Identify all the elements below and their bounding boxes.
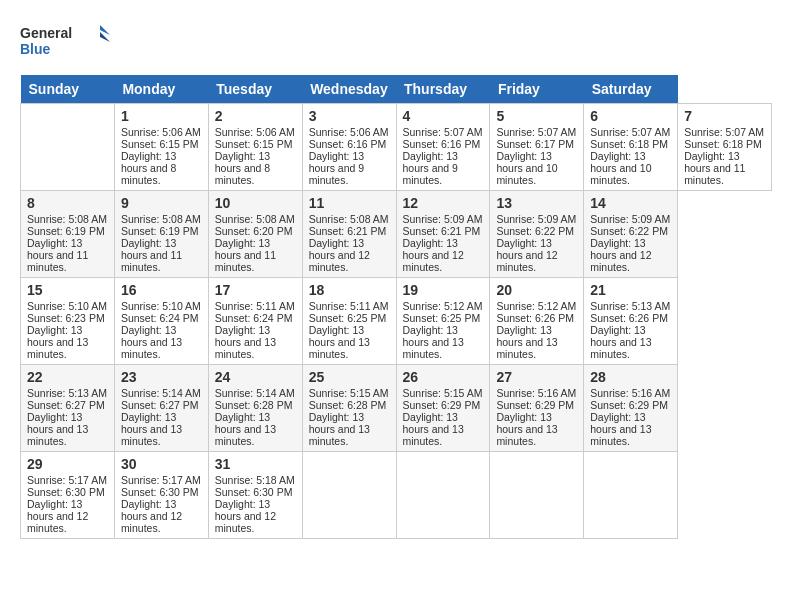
sunrise-info: Sunrise: 5:12 AM xyxy=(496,300,577,312)
day-header-friday: Friday xyxy=(490,75,584,104)
calendar-cell: 17Sunrise: 5:11 AMSunset: 6:24 PMDayligh… xyxy=(208,278,302,365)
daylight-info: Daylight: 13 hours and 13 minutes. xyxy=(215,411,296,447)
day-number: 12 xyxy=(403,195,484,211)
calendar-cell: 11Sunrise: 5:08 AMSunset: 6:21 PMDayligh… xyxy=(302,191,396,278)
day-number: 7 xyxy=(684,108,765,124)
day-number: 6 xyxy=(590,108,671,124)
sunrise-info: Sunrise: 5:13 AM xyxy=(590,300,671,312)
calendar-cell: 23Sunrise: 5:14 AMSunset: 6:27 PMDayligh… xyxy=(114,365,208,452)
sunset-info: Sunset: 6:15 PM xyxy=(215,138,296,150)
day-number: 5 xyxy=(496,108,577,124)
daylight-info: Daylight: 13 hours and 13 minutes. xyxy=(121,324,202,360)
sunrise-info: Sunrise: 5:14 AM xyxy=(121,387,202,399)
sunrise-info: Sunrise: 5:10 AM xyxy=(121,300,202,312)
calendar-cell: 18Sunrise: 5:11 AMSunset: 6:25 PMDayligh… xyxy=(302,278,396,365)
calendar-cell: 19Sunrise: 5:12 AMSunset: 6:25 PMDayligh… xyxy=(396,278,490,365)
daylight-info: Daylight: 13 hours and 11 minutes. xyxy=(684,150,765,186)
calendar-cell: 20Sunrise: 5:12 AMSunset: 6:26 PMDayligh… xyxy=(490,278,584,365)
day-number: 25 xyxy=(309,369,390,385)
day-number: 21 xyxy=(590,282,671,298)
calendar-cell: 27Sunrise: 5:16 AMSunset: 6:29 PMDayligh… xyxy=(490,365,584,452)
sunrise-info: Sunrise: 5:17 AM xyxy=(121,474,202,486)
sunrise-info: Sunrise: 5:09 AM xyxy=(403,213,484,225)
sunset-info: Sunset: 6:23 PM xyxy=(27,312,108,324)
sunrise-info: Sunrise: 5:07 AM xyxy=(496,126,577,138)
sunrise-info: Sunrise: 5:17 AM xyxy=(27,474,108,486)
sunset-info: Sunset: 6:30 PM xyxy=(27,486,108,498)
daylight-info: Daylight: 13 hours and 13 minutes. xyxy=(403,411,484,447)
calendar-cell: 8Sunrise: 5:08 AMSunset: 6:19 PMDaylight… xyxy=(21,191,115,278)
svg-text:Blue: Blue xyxy=(20,41,51,57)
calendar-cell: 31Sunrise: 5:18 AMSunset: 6:30 PMDayligh… xyxy=(208,452,302,539)
sunset-info: Sunset: 6:19 PM xyxy=(27,225,108,237)
sunrise-info: Sunrise: 5:13 AM xyxy=(27,387,108,399)
daylight-info: Daylight: 13 hours and 9 minutes. xyxy=(403,150,484,186)
calendar-cell: 5Sunrise: 5:07 AMSunset: 6:17 PMDaylight… xyxy=(490,104,584,191)
sunrise-info: Sunrise: 5:14 AM xyxy=(215,387,296,399)
sunset-info: Sunset: 6:20 PM xyxy=(215,225,296,237)
sunset-info: Sunset: 6:29 PM xyxy=(403,399,484,411)
day-number: 10 xyxy=(215,195,296,211)
calendar-week-5: 29Sunrise: 5:17 AMSunset: 6:30 PMDayligh… xyxy=(21,452,772,539)
sunset-info: Sunset: 6:30 PM xyxy=(121,486,202,498)
daylight-info: Daylight: 13 hours and 8 minutes. xyxy=(215,150,296,186)
sunrise-info: Sunrise: 5:08 AM xyxy=(309,213,390,225)
daylight-info: Daylight: 13 hours and 13 minutes. xyxy=(27,324,108,360)
daylight-info: Daylight: 13 hours and 13 minutes. xyxy=(309,411,390,447)
day-number: 27 xyxy=(496,369,577,385)
calendar-cell: 22Sunrise: 5:13 AMSunset: 6:27 PMDayligh… xyxy=(21,365,115,452)
sunrise-info: Sunrise: 5:18 AM xyxy=(215,474,296,486)
day-number: 20 xyxy=(496,282,577,298)
calendar-week-1: 1Sunrise: 5:06 AMSunset: 6:15 PMDaylight… xyxy=(21,104,772,191)
sunset-info: Sunset: 6:27 PM xyxy=(27,399,108,411)
sunset-info: Sunset: 6:29 PM xyxy=(590,399,671,411)
calendar-cell: 3Sunrise: 5:06 AMSunset: 6:16 PMDaylight… xyxy=(302,104,396,191)
daylight-info: Daylight: 13 hours and 12 minutes. xyxy=(215,498,296,534)
calendar-cell: 7Sunrise: 5:07 AMSunset: 6:18 PMDaylight… xyxy=(678,104,772,191)
day-header-tuesday: Tuesday xyxy=(208,75,302,104)
daylight-info: Daylight: 13 hours and 10 minutes. xyxy=(496,150,577,186)
calendar-cell xyxy=(490,452,584,539)
daylight-info: Daylight: 13 hours and 12 minutes. xyxy=(403,237,484,273)
calendar-cell: 30Sunrise: 5:17 AMSunset: 6:30 PMDayligh… xyxy=(114,452,208,539)
sunset-info: Sunset: 6:28 PM xyxy=(309,399,390,411)
daylight-info: Daylight: 13 hours and 12 minutes. xyxy=(496,237,577,273)
day-number: 9 xyxy=(121,195,202,211)
sunrise-info: Sunrise: 5:15 AM xyxy=(403,387,484,399)
svg-text:General: General xyxy=(20,25,72,41)
day-number: 8 xyxy=(27,195,108,211)
day-number: 30 xyxy=(121,456,202,472)
daylight-info: Daylight: 13 hours and 13 minutes. xyxy=(496,324,577,360)
calendar-table: SundayMondayTuesdayWednesdayThursdayFrid… xyxy=(20,75,772,539)
day-number: 4 xyxy=(403,108,484,124)
sunset-info: Sunset: 6:29 PM xyxy=(496,399,577,411)
sunset-info: Sunset: 6:15 PM xyxy=(121,138,202,150)
sunrise-info: Sunrise: 5:10 AM xyxy=(27,300,108,312)
day-number: 31 xyxy=(215,456,296,472)
calendar-cell: 9Sunrise: 5:08 AMSunset: 6:19 PMDaylight… xyxy=(114,191,208,278)
sunset-info: Sunset: 6:22 PM xyxy=(496,225,577,237)
calendar-cell: 25Sunrise: 5:15 AMSunset: 6:28 PMDayligh… xyxy=(302,365,396,452)
day-number: 11 xyxy=(309,195,390,211)
calendar-cell xyxy=(21,104,115,191)
day-number: 26 xyxy=(403,369,484,385)
daylight-info: Daylight: 13 hours and 8 minutes. xyxy=(121,150,202,186)
day-number: 1 xyxy=(121,108,202,124)
calendar-week-4: 22Sunrise: 5:13 AMSunset: 6:27 PMDayligh… xyxy=(21,365,772,452)
calendar-cell xyxy=(396,452,490,539)
daylight-info: Daylight: 13 hours and 11 minutes. xyxy=(27,237,108,273)
sunset-info: Sunset: 6:25 PM xyxy=(309,312,390,324)
sunrise-info: Sunrise: 5:15 AM xyxy=(309,387,390,399)
calendar-cell xyxy=(584,452,678,539)
sunset-info: Sunset: 6:28 PM xyxy=(215,399,296,411)
calendar-cell: 1Sunrise: 5:06 AMSunset: 6:15 PMDaylight… xyxy=(114,104,208,191)
sunrise-info: Sunrise: 5:16 AM xyxy=(496,387,577,399)
sunset-info: Sunset: 6:26 PM xyxy=(496,312,577,324)
sunset-info: Sunset: 6:25 PM xyxy=(403,312,484,324)
daylight-info: Daylight: 13 hours and 13 minutes. xyxy=(496,411,577,447)
calendar-cell: 4Sunrise: 5:07 AMSunset: 6:16 PMDaylight… xyxy=(396,104,490,191)
sunrise-info: Sunrise: 5:07 AM xyxy=(684,126,765,138)
sunset-info: Sunset: 6:16 PM xyxy=(403,138,484,150)
sunset-info: Sunset: 6:26 PM xyxy=(590,312,671,324)
calendar-cell: 21Sunrise: 5:13 AMSunset: 6:26 PMDayligh… xyxy=(584,278,678,365)
